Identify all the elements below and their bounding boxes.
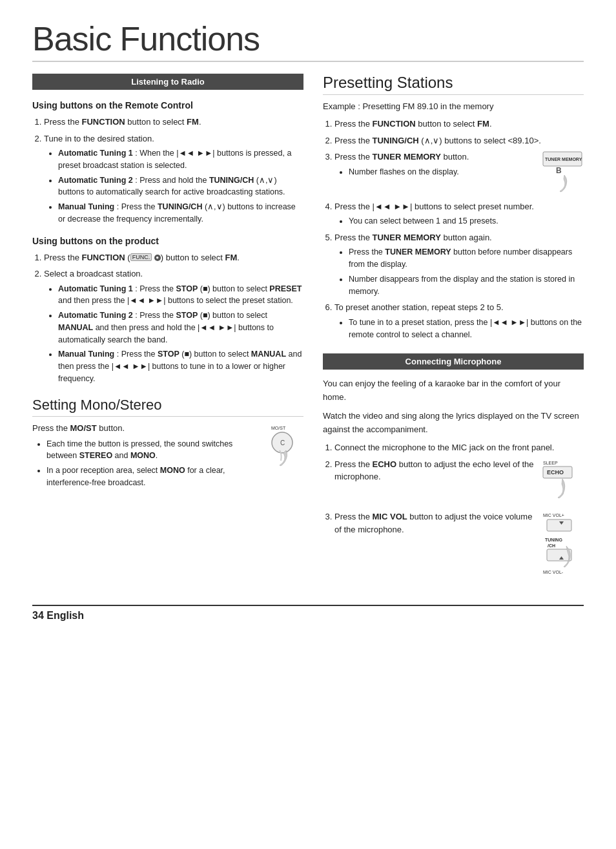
presetting-step-1: Press the FUNCTION button to select FM. <box>334 118 584 131</box>
svg-text:B: B <box>556 166 562 175</box>
product-bullet-3: Manual Tuning : Press the STOP (■) butto… <box>58 348 303 384</box>
product-heading: Using buttons on the product <box>32 236 303 246</box>
connecting-microphone-banner: Connecting Microphone <box>323 353 584 370</box>
mono-stereo-bullet-2: In a poor reception area, select MONO fo… <box>46 465 262 489</box>
connecting-step-1: Connect the microphone to the MIC jack o… <box>334 441 584 454</box>
svg-text:MO/ST: MO/ST <box>271 426 286 430</box>
svg-text:TUNER MEMORY: TUNER MEMORY <box>545 157 582 162</box>
svg-text:TUNING: TUNING <box>545 538 562 542</box>
presetting-step-5-bullet-1: Press the TUNER MEMORY button before num… <box>349 246 584 271</box>
remote-step-1: Press the FUNCTION button to select FM. <box>44 116 303 129</box>
product-step-2: Select a broadcast station. Automatic Tu… <box>44 267 303 385</box>
product-steps-list: Press the FUNCTION (FUNC. ●) button to s… <box>32 251 303 385</box>
tuner-memory-img: TUNER MEMORY B <box>542 151 584 196</box>
presetting-step-5-bullet-2: Number disappears from the display and t… <box>349 273 584 298</box>
presetting-step-4-bullet: You can select between 1 and 15 presets. <box>349 215 584 227</box>
left-column: Listening to Radio Using buttons on the … <box>32 74 303 585</box>
connecting-steps-list: Connect the microphone to the MIC jack o… <box>323 441 584 579</box>
listening-to-radio-banner: Listening to Radio <box>32 74 303 90</box>
remote-bullets: Automatic Tuning 1 : When the |◄◄ ►►| bu… <box>44 147 303 225</box>
mo-st-button-img: MO/ST C <box>268 423 303 470</box>
presetting-step-3-text: Press the TUNER MEMORY button. Number fl… <box>334 151 537 180</box>
svg-text:C: C <box>280 439 285 446</box>
page-number: 34 English <box>32 610 84 621</box>
echo-svg: SLEEP ECHO <box>542 458 584 503</box>
presetting-steps-list: Press the FUNCTION button to select FM. … <box>323 118 584 341</box>
presetting-step-6: To preset another station, repeat steps … <box>334 301 584 341</box>
product-bullet-1: Automatic Tuning 1 : Press the STOP (■) … <box>58 283 303 308</box>
presetting-step-3: Press the TUNER MEMORY button. Number fl… <box>334 151 584 196</box>
page-title: Basic Functions <box>32 19 584 62</box>
mono-stereo-text: Press the MO/ST button. Each time the bu… <box>32 423 262 492</box>
svg-text:MIC VOL-: MIC VOL- <box>543 570 564 574</box>
fm-bold: FM <box>187 117 199 127</box>
mo-st-svg: MO/ST C <box>268 423 303 468</box>
echo-img: SLEEP ECHO <box>542 458 584 507</box>
connecting-step-2: Press the ECHO button to adjust the echo… <box>334 458 584 507</box>
presetting-step-2: Press the TUNING/CH (∧,∨) buttons to sel… <box>334 134 584 147</box>
page-footer: 34 English <box>32 605 584 622</box>
mono-stereo-section: Setting Mono/Stereo Press the MO/ST butt… <box>32 397 303 492</box>
presetting-intro: Example : Presetting FM 89.10 in the mem… <box>323 101 584 111</box>
svg-text:ECHO: ECHO <box>547 469 564 476</box>
remote-bullet-3: Manual Tuning : Press the TUNING/CH (∧,∨… <box>58 201 303 225</box>
connecting-step-2-text: Press the ECHO button to adjust the echo… <box>334 458 537 483</box>
remote-bullet-1: Automatic Tuning 1 : When the |◄◄ ►►| bu… <box>58 147 303 172</box>
tuner-memory-svg: TUNER MEMORY B <box>542 151 584 193</box>
presetting-step-6-bullet: To tune in to a preset station, press th… <box>349 317 584 341</box>
presetting-heading: Presetting Stations <box>323 74 584 95</box>
connecting-step-3-text: Press the MIC VOL button to adjust the v… <box>334 510 537 536</box>
mono-stereo-heading: Setting Mono/Stereo <box>32 397 303 417</box>
connecting-step-3: Press the MIC VOL button to adjust the v… <box>334 510 584 579</box>
mono-stereo-bullets: Each time the button is pressed, the sou… <box>32 438 262 489</box>
svg-text:/CH: /CH <box>548 543 555 548</box>
product-bullet-2: Automatic Tuning 2 : Press the STOP (■) … <box>58 309 303 346</box>
svg-text:SLEEP: SLEEP <box>543 461 558 465</box>
connecting-intro-1: You can enjoy the feeling of a karaoke b… <box>323 377 584 404</box>
svg-text:MIC VOL+: MIC VOL+ <box>543 513 564 518</box>
mic-vol-svg: MIC VOL+ TUNING /CH MIC <box>542 510 584 575</box>
svg-rect-10 <box>547 519 571 531</box>
connecting-intro-2: Watch the video and sing along the lyric… <box>323 410 584 437</box>
remote-bullet-2: Automatic Tuning 2 : Press and hold the … <box>58 174 303 199</box>
function-bold: FUNCTION <box>82 117 125 127</box>
remote-control-heading: Using buttons on the Remote Control <box>32 100 303 110</box>
mic-vol-img: MIC VOL+ TUNING /CH MIC <box>542 510 584 579</box>
remote-step-2: Tune in to the desired station. Automati… <box>44 132 303 225</box>
right-column: Presetting Stations Example : Presetting… <box>323 74 584 585</box>
mono-stereo-bullet-1: Each time the button is pressed, the sou… <box>46 438 262 463</box>
product-step-1: Press the FUNCTION (FUNC. ●) button to s… <box>44 251 303 264</box>
presetting-step-3-bullet: Number flashes on the display. <box>349 166 537 178</box>
presetting-step-4: Press the |◄◄ ►►| buttons to select pres… <box>334 200 584 227</box>
remote-steps-list: Press the FUNCTION button to select FM. … <box>32 116 303 225</box>
product-bullets: Automatic Tuning 1 : Press the STOP (■) … <box>44 283 303 385</box>
mono-stereo-inner: Press the MO/ST button. Each time the bu… <box>32 423 303 492</box>
mono-stereo-intro: Press the MO/ST button. <box>32 423 262 433</box>
presetting-step-5: Press the TUNER MEMORY button again. Pre… <box>334 231 584 298</box>
